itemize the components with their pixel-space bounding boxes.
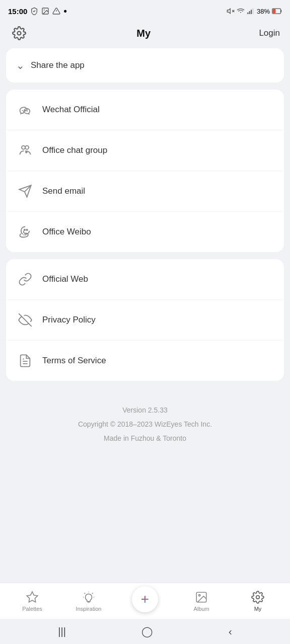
gear-icon: [12, 26, 26, 40]
menu-card-2: Official Web Privacy Policy: [6, 259, 284, 381]
notification-dot: •: [63, 7, 66, 16]
svg-rect-14: [273, 9, 276, 13]
terms-of-service-label: Terms of Service: [42, 356, 106, 366]
svg-point-21: [25, 146, 29, 149]
bulb-icon: [82, 591, 95, 604]
menu-item-send-email[interactable]: Send email: [6, 171, 284, 212]
svg-point-26: [26, 229, 27, 230]
version-text: Version 2.5.33: [16, 403, 274, 417]
svg-point-19: [27, 111, 28, 112]
album-label: Album: [193, 606, 209, 612]
svg-point-1: [44, 10, 45, 11]
battery-icon: [272, 8, 282, 15]
weibo-icon: [16, 223, 34, 241]
email-icon: [16, 182, 34, 200]
menu-item-privacy-policy[interactable]: Privacy Policy: [6, 300, 284, 341]
eye-off-svg: [18, 313, 32, 327]
share-row[interactable]: ⌄ Share the app: [6, 48, 284, 83]
document-svg: [18, 354, 32, 368]
document-icon: [16, 352, 34, 370]
android-back-button[interactable]: ‹: [229, 626, 232, 637]
nav-center-add[interactable]: +: [117, 586, 173, 616]
android-recent-button[interactable]: |||: [58, 626, 66, 637]
star-icon: [26, 591, 39, 604]
menu-item-official-web[interactable]: Official Web: [6, 259, 284, 300]
login-button[interactable]: Login: [259, 28, 280, 38]
mute-icon: [227, 7, 235, 15]
privacy-policy-label: Privacy Policy: [42, 315, 96, 325]
email-svg: [18, 184, 32, 198]
group-icon: [16, 141, 34, 159]
menu-item-office-chat-group[interactable]: Office chat group: [6, 130, 284, 171]
svg-point-41: [199, 594, 200, 596]
wifi-icon: [237, 7, 245, 15]
wechat-official-label: Wechat Official: [42, 105, 100, 115]
svg-point-28: [24, 234, 25, 235]
page-title: My: [28, 28, 259, 39]
svg-rect-10: [251, 10, 252, 14]
android-nav-bar: ||| ◯ ‹: [0, 619, 290, 644]
svg-point-16: [22, 110, 23, 111]
page-header: My Login: [0, 20, 290, 48]
my-label: My: [254, 606, 262, 612]
nav-item-my[interactable]: My: [230, 591, 286, 612]
menu-item-terms-of-service[interactable]: Terms of Service: [6, 341, 284, 381]
signal-icon: [247, 7, 255, 15]
wechat-svg: [18, 103, 32, 117]
svg-point-27: [24, 229, 25, 230]
nav-item-inspiration[interactable]: Inspiration: [60, 591, 117, 612]
palettes-label: Palettes: [22, 606, 42, 612]
svg-rect-11: [252, 9, 253, 14]
status-icons: 38%: [227, 7, 282, 15]
menu-item-office-weibo[interactable]: Office Weibo: [6, 212, 284, 252]
svg-rect-8: [247, 13, 248, 14]
svg-rect-9: [249, 11, 250, 14]
content-area: ⌄ Share the app Wechat Official: [0, 48, 290, 583]
nav-item-palettes[interactable]: Palettes: [4, 591, 60, 612]
add-button[interactable]: +: [132, 586, 158, 612]
svg-point-20: [22, 146, 25, 149]
nav-item-album[interactable]: Album: [173, 591, 230, 612]
link-icon: [16, 270, 34, 288]
svg-rect-13: [281, 10, 282, 13]
inspiration-label: Inspiration: [76, 606, 102, 612]
plus-icon: +: [141, 592, 149, 606]
link-svg: [18, 272, 32, 286]
office-weibo-label: Office Weibo: [42, 227, 91, 237]
svg-marker-33: [27, 592, 38, 602]
bottom-navigation: Palettes Inspiration + Album: [0, 583, 290, 619]
svg-line-36: [85, 593, 86, 594]
share-card: ⌄ Share the app: [6, 48, 284, 83]
wechat-icon: [16, 101, 34, 119]
office-chat-group-label: Office chat group: [42, 145, 107, 155]
chevron-down-icon: ⌄: [16, 59, 25, 71]
copyright-text: Copyright © 2018–2023 WizEyes Tech Inc.: [16, 417, 274, 431]
settings-button[interactable]: [10, 24, 28, 42]
image-icon: [41, 7, 49, 15]
made-in-text: Made in Fuzhou & Toronto: [16, 431, 274, 445]
weibo-svg: [18, 225, 32, 239]
menu-card-1: Wechat Official Office chat group: [6, 90, 284, 252]
android-home-button[interactable]: ◯: [141, 625, 153, 637]
eye-off-icon: [16, 311, 34, 329]
group-svg: [18, 143, 32, 157]
svg-point-29: [25, 234, 26, 235]
svg-line-38: [92, 593, 93, 594]
my-gear-icon: [251, 591, 264, 604]
svg-point-18: [25, 111, 26, 112]
battery-text: 38%: [257, 8, 270, 15]
svg-point-42: [256, 595, 260, 599]
footer: Version 2.5.33 Copyright © 2018–2023 Wiz…: [6, 388, 284, 455]
time-display: 15:00: [8, 7, 27, 16]
status-bar: 15:00 •: [0, 0, 290, 20]
status-time: 15:00 •: [8, 7, 67, 16]
svg-point-17: [24, 110, 25, 111]
svg-marker-4: [227, 9, 230, 13]
svg-point-15: [18, 32, 21, 35]
warning-icon: [52, 7, 60, 15]
share-text: Share the app: [31, 60, 85, 70]
shield-icon: [30, 7, 38, 15]
official-web-label: Official Web: [42, 274, 88, 284]
menu-item-wechat-official[interactable]: Wechat Official: [6, 90, 284, 130]
send-email-label: Send email: [42, 186, 85, 196]
